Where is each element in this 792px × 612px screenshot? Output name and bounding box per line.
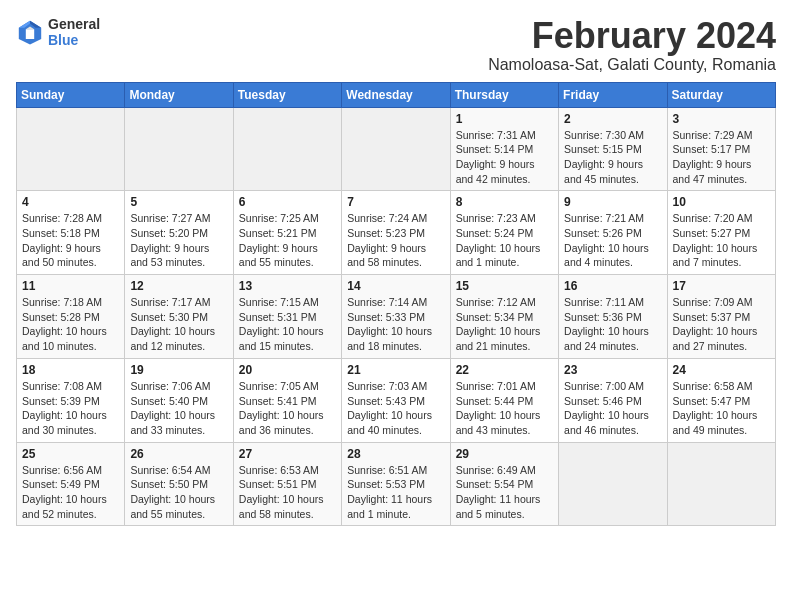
day-info: Sunrise: 7:08 AM Sunset: 5:39 PM Dayligh… xyxy=(22,379,119,438)
day-info: Sunrise: 7:25 AM Sunset: 5:21 PM Dayligh… xyxy=(239,211,336,270)
calendar-day-cell xyxy=(17,107,125,191)
day-number: 16 xyxy=(564,279,661,293)
calendar-body: 1Sunrise: 7:31 AM Sunset: 5:14 PM Daylig… xyxy=(17,107,776,526)
calendar-day-cell: 22Sunrise: 7:01 AM Sunset: 5:44 PM Dayli… xyxy=(450,358,558,442)
location-subtitle: Namoloasa-Sat, Galati County, Romania xyxy=(488,56,776,74)
calendar-day-cell: 23Sunrise: 7:00 AM Sunset: 5:46 PM Dayli… xyxy=(559,358,667,442)
calendar-day-cell: 15Sunrise: 7:12 AM Sunset: 5:34 PM Dayli… xyxy=(450,275,558,359)
calendar-day-cell: 1Sunrise: 7:31 AM Sunset: 5:14 PM Daylig… xyxy=(450,107,558,191)
weekday-header: Wednesday xyxy=(342,82,450,107)
calendar-day-cell: 13Sunrise: 7:15 AM Sunset: 5:31 PM Dayli… xyxy=(233,275,341,359)
calendar-day-cell xyxy=(667,442,775,526)
calendar-day-cell: 21Sunrise: 7:03 AM Sunset: 5:43 PM Dayli… xyxy=(342,358,450,442)
day-info: Sunrise: 7:14 AM Sunset: 5:33 PM Dayligh… xyxy=(347,295,444,354)
day-number: 10 xyxy=(673,195,770,209)
weekday-header: Tuesday xyxy=(233,82,341,107)
calendar-day-cell: 29Sunrise: 6:49 AM Sunset: 5:54 PM Dayli… xyxy=(450,442,558,526)
day-number: 20 xyxy=(239,363,336,377)
calendar-day-cell: 26Sunrise: 6:54 AM Sunset: 5:50 PM Dayli… xyxy=(125,442,233,526)
svg-rect-3 xyxy=(26,29,34,39)
calendar-day-cell: 9Sunrise: 7:21 AM Sunset: 5:26 PM Daylig… xyxy=(559,191,667,275)
day-number: 23 xyxy=(564,363,661,377)
page-header: General Blue February 2024 Namoloasa-Sat… xyxy=(16,16,776,74)
calendar-week-row: 25Sunrise: 6:56 AM Sunset: 5:49 PM Dayli… xyxy=(17,442,776,526)
day-info: Sunrise: 6:53 AM Sunset: 5:51 PM Dayligh… xyxy=(239,463,336,522)
calendar-day-cell: 2Sunrise: 7:30 AM Sunset: 5:15 PM Daylig… xyxy=(559,107,667,191)
calendar-day-cell: 8Sunrise: 7:23 AM Sunset: 5:24 PM Daylig… xyxy=(450,191,558,275)
calendar-table: SundayMondayTuesdayWednesdayThursdayFrid… xyxy=(16,82,776,527)
day-info: Sunrise: 7:03 AM Sunset: 5:43 PM Dayligh… xyxy=(347,379,444,438)
logo-icon xyxy=(16,18,44,46)
calendar-day-cell: 12Sunrise: 7:17 AM Sunset: 5:30 PM Dayli… xyxy=(125,275,233,359)
day-info: Sunrise: 7:18 AM Sunset: 5:28 PM Dayligh… xyxy=(22,295,119,354)
day-number: 25 xyxy=(22,447,119,461)
day-info: Sunrise: 7:11 AM Sunset: 5:36 PM Dayligh… xyxy=(564,295,661,354)
day-info: Sunrise: 7:24 AM Sunset: 5:23 PM Dayligh… xyxy=(347,211,444,270)
calendar-day-cell xyxy=(125,107,233,191)
calendar-week-row: 18Sunrise: 7:08 AM Sunset: 5:39 PM Dayli… xyxy=(17,358,776,442)
month-title: February 2024 xyxy=(488,16,776,56)
header-row: SundayMondayTuesdayWednesdayThursdayFrid… xyxy=(17,82,776,107)
day-info: Sunrise: 7:30 AM Sunset: 5:15 PM Dayligh… xyxy=(564,128,661,187)
calendar-header: SundayMondayTuesdayWednesdayThursdayFrid… xyxy=(17,82,776,107)
calendar-week-row: 11Sunrise: 7:18 AM Sunset: 5:28 PM Dayli… xyxy=(17,275,776,359)
day-number: 7 xyxy=(347,195,444,209)
day-info: Sunrise: 6:54 AM Sunset: 5:50 PM Dayligh… xyxy=(130,463,227,522)
day-number: 8 xyxy=(456,195,553,209)
day-info: Sunrise: 7:17 AM Sunset: 5:30 PM Dayligh… xyxy=(130,295,227,354)
day-number: 24 xyxy=(673,363,770,377)
calendar-day-cell: 6Sunrise: 7:25 AM Sunset: 5:21 PM Daylig… xyxy=(233,191,341,275)
day-number: 29 xyxy=(456,447,553,461)
day-info: Sunrise: 6:49 AM Sunset: 5:54 PM Dayligh… xyxy=(456,463,553,522)
calendar-day-cell: 3Sunrise: 7:29 AM Sunset: 5:17 PM Daylig… xyxy=(667,107,775,191)
day-number: 22 xyxy=(456,363,553,377)
day-number: 11 xyxy=(22,279,119,293)
day-info: Sunrise: 7:28 AM Sunset: 5:18 PM Dayligh… xyxy=(22,211,119,270)
day-info: Sunrise: 7:12 AM Sunset: 5:34 PM Dayligh… xyxy=(456,295,553,354)
day-info: Sunrise: 7:01 AM Sunset: 5:44 PM Dayligh… xyxy=(456,379,553,438)
day-info: Sunrise: 7:21 AM Sunset: 5:26 PM Dayligh… xyxy=(564,211,661,270)
day-number: 9 xyxy=(564,195,661,209)
calendar-day-cell: 19Sunrise: 7:06 AM Sunset: 5:40 PM Dayli… xyxy=(125,358,233,442)
calendar-week-row: 1Sunrise: 7:31 AM Sunset: 5:14 PM Daylig… xyxy=(17,107,776,191)
day-number: 21 xyxy=(347,363,444,377)
calendar-day-cell: 25Sunrise: 6:56 AM Sunset: 5:49 PM Dayli… xyxy=(17,442,125,526)
calendar-day-cell: 11Sunrise: 7:18 AM Sunset: 5:28 PM Dayli… xyxy=(17,275,125,359)
calendar-day-cell: 5Sunrise: 7:27 AM Sunset: 5:20 PM Daylig… xyxy=(125,191,233,275)
day-info: Sunrise: 7:09 AM Sunset: 5:37 PM Dayligh… xyxy=(673,295,770,354)
day-number: 17 xyxy=(673,279,770,293)
calendar-day-cell: 4Sunrise: 7:28 AM Sunset: 5:18 PM Daylig… xyxy=(17,191,125,275)
weekday-header: Friday xyxy=(559,82,667,107)
day-info: Sunrise: 7:31 AM Sunset: 5:14 PM Dayligh… xyxy=(456,128,553,187)
day-number: 12 xyxy=(130,279,227,293)
day-number: 1 xyxy=(456,112,553,126)
day-number: 15 xyxy=(456,279,553,293)
day-info: Sunrise: 7:27 AM Sunset: 5:20 PM Dayligh… xyxy=(130,211,227,270)
calendar-day-cell: 24Sunrise: 6:58 AM Sunset: 5:47 PM Dayli… xyxy=(667,358,775,442)
day-number: 3 xyxy=(673,112,770,126)
day-number: 19 xyxy=(130,363,227,377)
calendar-day-cell: 10Sunrise: 7:20 AM Sunset: 5:27 PM Dayli… xyxy=(667,191,775,275)
calendar-day-cell xyxy=(342,107,450,191)
weekday-header: Sunday xyxy=(17,82,125,107)
weekday-header: Monday xyxy=(125,82,233,107)
day-info: Sunrise: 7:06 AM Sunset: 5:40 PM Dayligh… xyxy=(130,379,227,438)
day-info: Sunrise: 6:51 AM Sunset: 5:53 PM Dayligh… xyxy=(347,463,444,522)
calendar-day-cell: 16Sunrise: 7:11 AM Sunset: 5:36 PM Dayli… xyxy=(559,275,667,359)
calendar-day-cell xyxy=(559,442,667,526)
calendar-day-cell xyxy=(233,107,341,191)
title-area: February 2024 Namoloasa-Sat, Galati Coun… xyxy=(488,16,776,74)
day-info: Sunrise: 6:58 AM Sunset: 5:47 PM Dayligh… xyxy=(673,379,770,438)
day-info: Sunrise: 7:05 AM Sunset: 5:41 PM Dayligh… xyxy=(239,379,336,438)
day-number: 5 xyxy=(130,195,227,209)
day-info: Sunrise: 7:00 AM Sunset: 5:46 PM Dayligh… xyxy=(564,379,661,438)
calendar-day-cell: 27Sunrise: 6:53 AM Sunset: 5:51 PM Dayli… xyxy=(233,442,341,526)
day-info: Sunrise: 7:23 AM Sunset: 5:24 PM Dayligh… xyxy=(456,211,553,270)
logo: General Blue xyxy=(16,16,100,48)
calendar-day-cell: 20Sunrise: 7:05 AM Sunset: 5:41 PM Dayli… xyxy=(233,358,341,442)
day-number: 14 xyxy=(347,279,444,293)
logo-text: General Blue xyxy=(48,16,100,48)
day-number: 13 xyxy=(239,279,336,293)
day-number: 27 xyxy=(239,447,336,461)
day-info: Sunrise: 7:20 AM Sunset: 5:27 PM Dayligh… xyxy=(673,211,770,270)
